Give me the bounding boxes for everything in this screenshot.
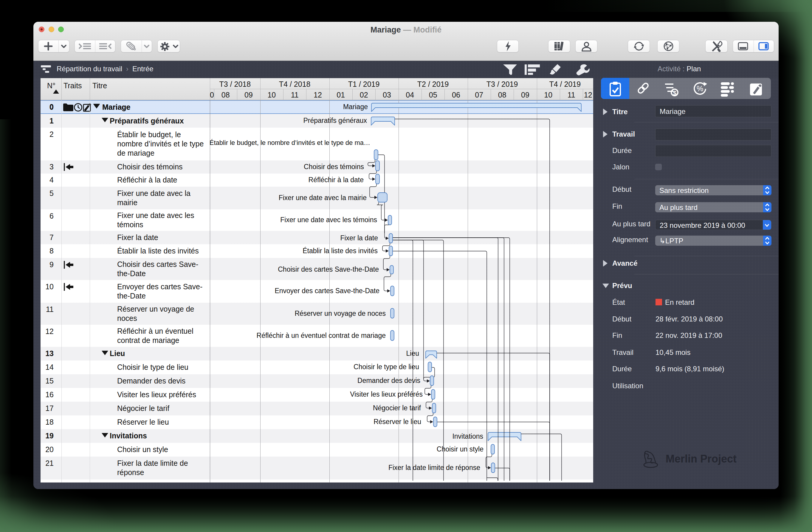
svg-text:%: % bbox=[697, 84, 703, 93]
svg-text:$: $ bbox=[673, 90, 676, 96]
